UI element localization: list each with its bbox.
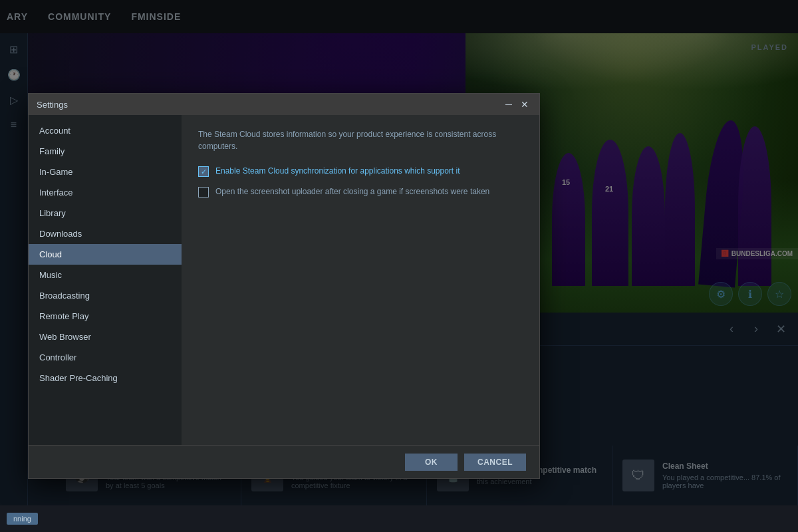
modal-footer: OK CANCEL [29,445,539,478]
screenshot-uploader-option: Open the screenshot uploader after closi… [198,186,523,198]
check-mark: ✓ [201,168,207,176]
bottom-item-running[interactable]: nning [7,513,38,525]
modal-body: Account Family In-Game Interface Library… [29,115,539,445]
cloud-description: The Steam Cloud stores information so yo… [198,128,523,152]
settings-item-music[interactable]: Music [29,265,182,285]
bottom-strip: nning [0,505,798,532]
settings-item-in-game[interactable]: In-Game [29,162,182,182]
modal-title: Settings [37,100,502,110]
settings-item-downloads[interactable]: Downloads [29,223,182,244]
screenshot-uploader-checkbox[interactable] [198,187,209,198]
settings-content: The Steam Cloud stores information so yo… [182,115,539,445]
cloud-sync-label[interactable]: Enable Steam Cloud synchronization for a… [215,166,460,177]
settings-item-interface[interactable]: Interface [29,182,182,203]
settings-modal: Settings ─ ✕ Account Family In-Game Inte… [28,93,540,479]
settings-item-remote-play[interactable]: Remote Play [29,306,182,327]
modal-overlay: Settings ─ ✕ Account Family In-Game Inte… [0,0,798,532]
settings-item-shader-pre-caching[interactable]: Shader Pre-Caching [29,368,182,388]
settings-item-broadcasting[interactable]: Broadcasting [29,285,182,306]
settings-sidebar: Account Family In-Game Interface Library… [29,115,182,445]
settings-item-family[interactable]: Family [29,141,182,162]
settings-item-cloud[interactable]: Cloud [29,244,182,265]
modal-close-button[interactable]: ✕ [518,98,531,111]
modal-titlebar: Settings ─ ✕ [29,94,539,115]
ok-button[interactable]: OK [405,454,458,471]
cloud-sync-checkbox[interactable]: ✓ [198,166,209,177]
settings-item-controller[interactable]: Controller [29,347,182,368]
settings-item-library[interactable]: Library [29,203,182,223]
screenshot-uploader-label[interactable]: Open the screenshot uploader after closi… [215,186,489,198]
settings-item-web-browser[interactable]: Web Browser [29,327,182,347]
settings-item-account[interactable]: Account [29,120,182,141]
modal-minimize-button[interactable]: ─ [502,98,515,111]
cloud-sync-option: ✓ Enable Steam Cloud synchronization for… [198,166,523,177]
cancel-button[interactable]: CANCEL [464,454,526,471]
